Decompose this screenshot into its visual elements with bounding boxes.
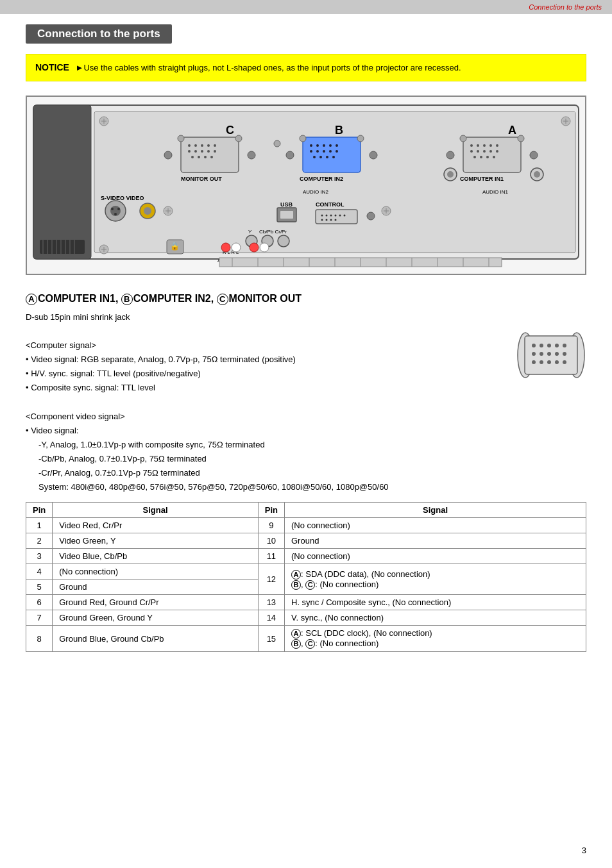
svg-text:A: A: [508, 124, 516, 137]
circle-a: A: [26, 294, 37, 305]
th-signal2: Signal: [285, 503, 586, 518]
sig-5: Ground: [53, 580, 259, 595]
pin-table: Pin Signal Pin Signal 1 Video Red, Cr/Pr…: [26, 502, 586, 652]
circle-c-small: C: [305, 580, 315, 590]
svg-point-155: [540, 352, 543, 356]
svg-point-56: [323, 150, 325, 153]
svg-point-151: [547, 344, 551, 347]
section-heading: Connection to the ports: [37, 28, 160, 40]
svg-point-119: [221, 243, 230, 252]
circle-c: C: [217, 294, 228, 305]
svg-point-103: [330, 215, 332, 217]
svg-point-25: [477, 144, 479, 147]
svg-point-53: [336, 144, 338, 147]
svg-point-106: [344, 215, 346, 217]
svg-point-107: [321, 219, 323, 221]
svg-text:COMPUTER IN2: COMPUTER IN2: [300, 176, 343, 182]
svg-point-34: [473, 156, 476, 158]
svg-point-73: [207, 144, 210, 147]
svg-point-159: [532, 360, 536, 364]
pin-7: 7: [26, 610, 53, 626]
svg-point-37: [493, 156, 495, 158]
header-title: Connection to the ports: [529, 3, 602, 11]
pin-table-body: 1 Video Red, Cr/Pr 9 (No connection) 2 V…: [26, 518, 586, 652]
svg-point-92: [117, 208, 120, 210]
pin-4: 4: [26, 564, 53, 580]
svg-point-158: [563, 352, 566, 356]
svg-point-52: [329, 144, 332, 147]
svg-point-111: [367, 212, 375, 220]
svg-rect-1: [33, 105, 91, 259]
connector-svg: [516, 330, 586, 381]
svg-point-110: [335, 219, 337, 221]
svg-point-122: [260, 243, 269, 252]
cs-item-2: H/V. sync. signal: TTL level (positive/n…: [26, 367, 503, 381]
svg-text:CONTROL: CONTROL: [316, 201, 344, 208]
sig-15: A: SCL (DDC clock), (No connection) B, C…: [285, 626, 586, 652]
sig-6: Ground Red, Ground Cr/Pr: [53, 595, 259, 610]
pin-6: 6: [26, 595, 53, 610]
svg-rect-46: [303, 137, 361, 172]
circle-a-small-2: A: [291, 629, 301, 638]
svg-point-82: [204, 156, 207, 158]
svg-point-80: [191, 156, 194, 158]
svg-point-150: [540, 344, 543, 347]
svg-point-95: [144, 207, 151, 215]
svg-point-39: [530, 151, 538, 159]
svg-point-31: [483, 150, 486, 153]
svg-text:COMPUTER IN1: COMPUTER IN1: [460, 176, 504, 182]
svg-point-59: [313, 156, 316, 158]
svg-point-71: [194, 144, 197, 147]
svg-point-121: [250, 243, 259, 252]
svg-point-49: [310, 144, 312, 147]
pin-1: 1: [26, 518, 53, 533]
svg-point-84: [164, 151, 172, 159]
svg-point-32: [489, 150, 492, 153]
svg-point-50: [316, 144, 319, 147]
svg-rect-98: [280, 211, 293, 219]
svg-point-23: [518, 135, 524, 142]
svg-point-105: [339, 215, 341, 217]
sig-3: Video Blue, Cb/Pb: [53, 549, 259, 564]
svg-point-36: [486, 156, 489, 158]
svg-rect-67: [181, 137, 239, 172]
svg-rect-21: [463, 137, 521, 172]
pin-3: 3: [26, 549, 53, 564]
projector-diagram: A B C COMPUTER IN1 AUDIO IN1: [26, 96, 586, 275]
component-signal-list: Video signal: -Y, Analog, 1.0±0.1Vp-p wi…: [26, 424, 503, 494]
table-row: 7 Ground Green, Ground Y 14 V. sync., (N…: [26, 610, 586, 626]
svg-point-55: [316, 150, 319, 153]
svg-text:C: C: [226, 124, 234, 137]
svg-point-38: [446, 151, 454, 159]
svg-point-47: [300, 135, 306, 142]
svg-text:AUDIO IN1: AUDIO IN1: [482, 189, 509, 195]
pin-2: 2: [26, 533, 53, 549]
svg-point-58: [336, 150, 338, 153]
svg-point-87: [274, 140, 280, 147]
svg-point-157: [555, 352, 559, 356]
svg-point-152: [555, 344, 559, 347]
circle-b-small-2: B: [291, 639, 301, 649]
svg-point-149: [532, 344, 536, 347]
svg-point-101: [321, 215, 323, 217]
comp-item-1: Video signal:: [26, 424, 503, 438]
svg-point-120: [232, 243, 241, 252]
svg-point-29: [470, 150, 473, 153]
sig-11: (No connection): [285, 549, 586, 564]
svg-point-62: [332, 156, 335, 158]
svg-point-79: [214, 150, 216, 153]
sig-13: H. sync / Composite sync., (No connectio…: [285, 595, 586, 610]
svg-point-109: [330, 219, 332, 221]
svg-point-22: [460, 135, 466, 142]
comp-sub-1: -Y, Analog, 1.0±0.1Vp-p with composite s…: [26, 438, 503, 452]
svg-point-78: [207, 150, 210, 153]
svg-point-108: [326, 219, 328, 221]
svg-point-64: [370, 151, 377, 159]
pin-15: 15: [258, 626, 284, 652]
svg-point-76: [194, 150, 197, 153]
circle-b-small: B: [291, 580, 301, 590]
circle-a-small: A: [291, 570, 301, 580]
svg-point-70: [188, 144, 191, 147]
svg-point-93: [114, 213, 117, 215]
sig-1: Video Red, Cr/Pr: [53, 518, 259, 533]
